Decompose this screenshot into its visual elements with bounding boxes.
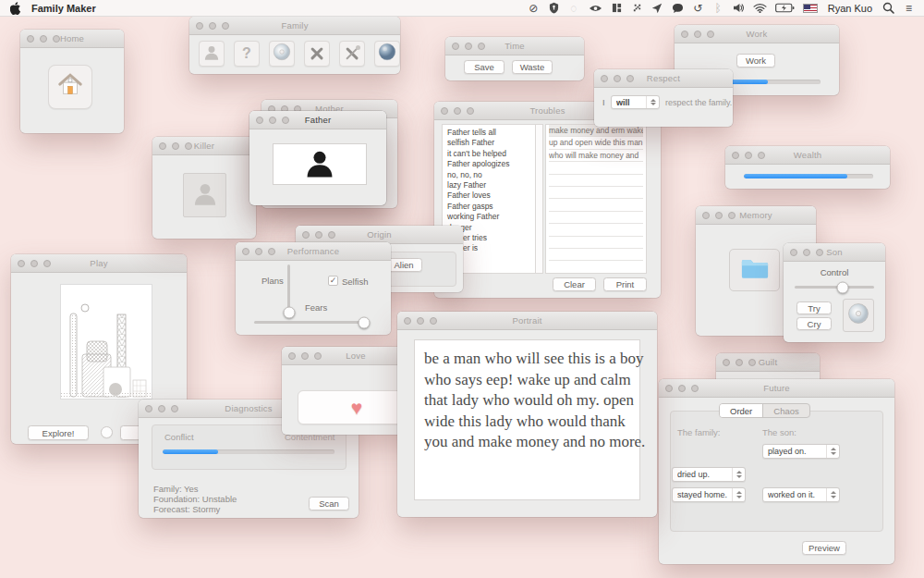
save-button[interactable]: Save	[464, 60, 505, 74]
block-icon[interactable]: ⊘	[528, 0, 540, 17]
cry-button[interactable]: Cry	[796, 317, 832, 330]
window-father[interactable]: Father	[249, 111, 386, 205]
history-clock-icon[interactable]: ↺	[692, 0, 704, 17]
zoom-button[interactable]	[478, 43, 485, 50]
zoom-button[interactable]	[328, 231, 335, 239]
plans-slider[interactable]	[287, 264, 290, 315]
family-person-button[interactable]	[199, 41, 225, 67]
eye-icon[interactable]	[589, 0, 602, 17]
note-line[interactable]	[549, 224, 643, 236]
notification-list-icon[interactable]: ≡	[903, 0, 915, 17]
note-line[interactable]	[549, 187, 643, 199]
minimize-button[interactable]	[269, 117, 276, 124]
family-disc-button[interactable]	[269, 41, 295, 67]
explore-button[interactable]: Explore!	[28, 425, 89, 440]
tab-order[interactable]: Order	[720, 404, 763, 417]
zoom-button[interactable]	[171, 405, 178, 412]
memory-folder-well[interactable]	[729, 249, 780, 291]
apple-menu-icon[interactable]	[9, 0, 21, 17]
app-menu-title[interactable]: Family Maker	[31, 3, 96, 14]
minimize-button[interactable]	[454, 107, 461, 115]
minimize-button[interactable]	[678, 385, 686, 392]
list-item[interactable]: Father tells all	[447, 128, 535, 138]
note-line[interactable]: make money and erm wake	[549, 125, 643, 137]
family-globe-button[interactable]	[374, 41, 400, 67]
close-button[interactable]	[159, 142, 166, 150]
titlebar-respect[interactable]: Respect	[594, 69, 733, 88]
family-cross-button[interactable]	[304, 41, 330, 67]
zoom-button[interactable]	[314, 352, 322, 360]
titlebar-father[interactable]: Father	[249, 111, 386, 129]
plans-slider-thumb[interactable]	[283, 307, 295, 319]
close-button[interactable]	[196, 22, 203, 30]
close-button[interactable]	[27, 35, 34, 43]
close-button[interactable]	[681, 31, 688, 38]
note-line[interactable]	[549, 249, 643, 261]
fears-slider-thumb[interactable]	[359, 316, 371, 328]
minimize-button[interactable]	[465, 43, 472, 50]
chat-bubble-icon[interactable]	[672, 0, 684, 17]
menu-username[interactable]: Ryan Kuo	[826, 3, 874, 14]
window-son[interactable]: Son Control Try Cry	[784, 243, 885, 342]
close-button[interactable]	[452, 43, 459, 50]
titlebar-work[interactable]: Work	[675, 25, 839, 43]
close-button[interactable]	[288, 352, 296, 360]
note-line[interactable]	[549, 237, 643, 249]
window-family[interactable]: Family ?	[189, 17, 400, 74]
titlebar-guilt[interactable]: Guilt	[716, 353, 820, 372]
minimize-button[interactable]	[417, 317, 424, 325]
minimize-button[interactable]	[158, 405, 165, 412]
zoom-button[interactable]	[626, 75, 634, 82]
list-item[interactable]: selfish Father	[447, 138, 535, 148]
play-canvas[interactable]	[60, 284, 152, 400]
note-line[interactable]	[549, 212, 643, 224]
zoom-button[interactable]	[43, 260, 51, 267]
titlebar-home[interactable]: Home	[20, 30, 124, 48]
titlebar-portrait[interactable]: Portrait	[397, 312, 657, 330]
zoom-button[interactable]	[758, 152, 765, 159]
scan-button[interactable]: Scan	[309, 497, 349, 510]
list-item[interactable]: Father apologizes	[447, 159, 535, 169]
dim-circle-icon[interactable]: ◌	[568, 0, 580, 17]
close-button[interactable]	[601, 75, 608, 82]
shield-icon[interactable]	[548, 0, 560, 17]
search-icon[interactable]	[882, 0, 894, 17]
try-button[interactable]: Try	[796, 301, 832, 314]
popup-dried-up[interactable]: dried up.	[672, 467, 746, 482]
bluetooth-icon[interactable]: ᛒ	[712, 0, 724, 17]
list-item[interactable]: Father gasps	[447, 202, 535, 212]
close-button[interactable]	[242, 248, 249, 255]
portrait-text-area[interactable]: be a man who will see this is a boy who …	[414, 339, 640, 500]
close-button[interactable]	[145, 405, 152, 412]
titlebar-family[interactable]: Family	[189, 17, 400, 35]
titlebar-time[interactable]: Time	[445, 37, 584, 55]
close-button[interactable]	[723, 359, 730, 366]
note-line[interactable]: who will make money and	[549, 150, 643, 162]
alien-button[interactable]: Alien	[385, 258, 422, 272]
family-tools-button[interactable]	[339, 41, 365, 67]
columns-icon[interactable]	[611, 0, 623, 17]
list-item[interactable]: working Father	[447, 212, 535, 222]
note-line[interactable]	[549, 162, 643, 174]
troubles-notes[interactable]: make money and erm wake up and open wide…	[545, 124, 647, 274]
minimize-button[interactable]	[255, 248, 262, 255]
titlebar-son[interactable]: Son	[784, 243, 885, 262]
zoom-button[interactable]	[53, 35, 60, 43]
location-arrow-icon[interactable]	[651, 0, 663, 17]
killer-photo-well[interactable]	[183, 173, 226, 217]
list-item[interactable]: Father loves	[447, 191, 535, 201]
zoom-button[interactable]	[222, 22, 229, 30]
list-item[interactable]: it can't be helped	[447, 149, 535, 159]
close-button[interactable]	[441, 107, 448, 115]
selfish-checkbox[interactable]: ✓	[328, 276, 338, 286]
close-button[interactable]	[790, 249, 797, 256]
minimize-button[interactable]	[30, 260, 38, 267]
fears-slider[interactable]	[254, 321, 370, 324]
minimize-button[interactable]	[745, 152, 752, 159]
zoom-button[interactable]	[282, 117, 289, 124]
popup-worked-on-it[interactable]: worked on it.	[762, 487, 840, 502]
list-item[interactable]: no, no, no	[447, 170, 535, 180]
note-line[interactable]	[549, 175, 643, 187]
window-performance[interactable]: Performance Plans ✓ Selfish Fears	[236, 242, 391, 335]
minimize-button[interactable]	[736, 359, 743, 366]
